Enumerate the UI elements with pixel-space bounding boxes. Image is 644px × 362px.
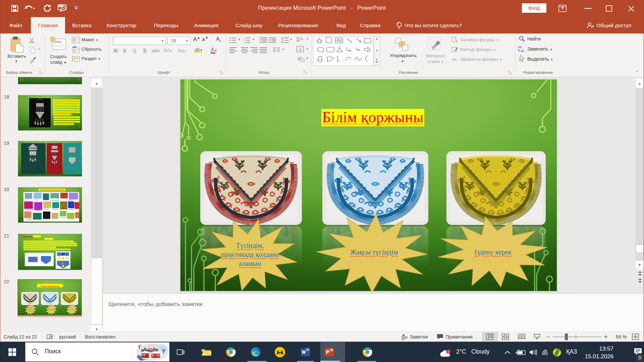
svg-text:Іздену керек: Іздену керек [68,309,75,310]
svg-text:Білім қоржыны: Білім қоржыны [41,284,59,288]
svg-text:A: A [300,36,303,41]
svg-text:изумруд: изумруд [26,219,32,220]
svg-text:топаз: топаз [35,199,39,201]
svg-text:берилл: берилл [44,208,50,210]
svg-text:алмаз: алмаз [68,199,73,201]
svg-text:агат: агат [26,199,29,201]
svg-text:Тапсырма: Тапсырма [23,236,33,238]
svg-text:александрит: александрит [50,199,59,201]
svg-text:ac: ac [521,49,525,53]
svg-text:альмандин: альмандин [25,209,34,211]
svg-text:опал: опал [44,219,48,221]
svg-text:3: 3 [244,42,245,44]
svg-text:сапфир: сапфир [68,208,74,210]
svg-text:бирюза: бирюза [52,208,58,210]
svg-text:Жақсы түсіндім: Жақсы түсіндім [47,309,55,310]
svg-text:2: 2 [244,39,245,42]
svg-text:аметис: аметис [36,210,41,212]
svg-text:1: 1 [447,350,449,354]
svg-text:хризолит: хризолит [60,217,67,218]
svg-text:аламын: аламын [29,311,33,312]
svg-text:практикада қолдана: практикада қолдана [25,309,36,310]
